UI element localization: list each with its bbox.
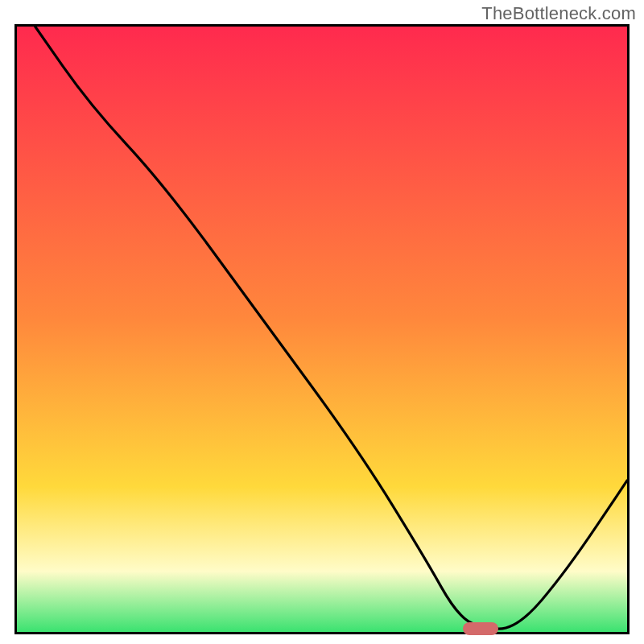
gradient-rect <box>17 27 627 632</box>
chart-stage: TheBottleneck.com <box>0 0 644 644</box>
plot-area <box>14 24 630 634</box>
background-gradient <box>17 27 627 632</box>
watermark-text: TheBottleneck.com <box>481 3 636 24</box>
